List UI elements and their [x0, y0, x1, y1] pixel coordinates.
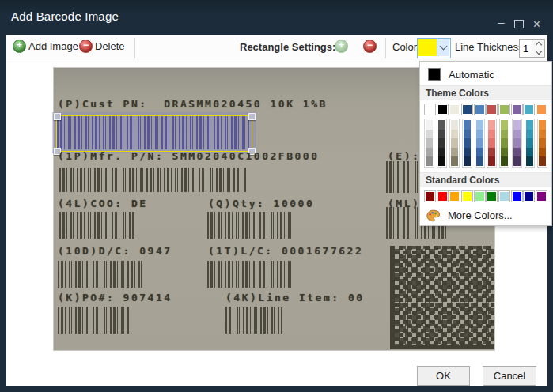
color-swatch[interactable]: [438, 130, 445, 139]
color-swatch[interactable]: [426, 138, 433, 148]
color-swatch[interactable]: [539, 120, 546, 130]
color-swatch[interactable]: [476, 120, 483, 130]
color-swatch[interactable]: [451, 148, 458, 157]
color-swatch[interactable]: [501, 148, 508, 157]
more-colors-item[interactable]: More Colors...: [420, 205, 551, 225]
color-swatch[interactable]: [488, 130, 495, 139]
standard-color-swatch[interactable]: [449, 190, 460, 202]
theme-variant-column[interactable]: [499, 119, 509, 168]
close-button[interactable]: ×: [533, 19, 540, 30]
color-swatch[interactable]: [488, 148, 495, 157]
theme-variant-column[interactable]: [462, 119, 472, 168]
theme-variant-column[interactable]: [437, 119, 447, 168]
color-swatch[interactable]: [526, 156, 533, 166]
standard-color-swatch[interactable]: [486, 190, 498, 202]
color-swatch[interactable]: [464, 130, 471, 139]
theme-variant-column[interactable]: [525, 119, 535, 168]
color-swatch[interactable]: [526, 148, 533, 157]
theme-variant-column[interactable]: [475, 119, 485, 168]
theme-variant-column[interactable]: [424, 119, 434, 168]
color-swatch[interactable]: [513, 130, 521, 139]
color-swatch[interactable]: [539, 138, 546, 148]
selection-rectangle[interactable]: [56, 115, 252, 152]
line-thickness-input[interactable]: 1: [519, 39, 532, 58]
color-swatch[interactable]: [513, 120, 521, 130]
standard-color-swatch[interactable]: [523, 190, 535, 202]
color-swatch[interactable]: [438, 120, 445, 130]
standard-color-swatch[interactable]: [511, 190, 523, 202]
color-swatch[interactable]: [501, 138, 508, 148]
theme-variant-column[interactable]: [537, 119, 547, 168]
color-swatch[interactable]: [526, 138, 533, 148]
color-swatch[interactable]: [426, 130, 433, 139]
color-swatch[interactable]: [488, 138, 495, 148]
color-swatch[interactable]: [501, 130, 508, 139]
color-swatch[interactable]: [513, 138, 521, 148]
color-swatch[interactable]: [438, 148, 445, 157]
standard-color-swatch[interactable]: [474, 190, 486, 202]
barcode-po: [58, 307, 131, 334]
color-swatch[interactable]: [539, 156, 546, 166]
color-swatch[interactable]: [539, 148, 546, 157]
theme-color-swatch[interactable]: [474, 104, 486, 115]
line-thickness-stepper[interactable]: [532, 39, 545, 58]
color-swatch[interactable]: [438, 156, 445, 166]
color-swatch[interactable]: [513, 148, 521, 157]
theme-variant-column[interactable]: [512, 119, 522, 168]
color-swatch[interactable]: [501, 120, 508, 130]
barcode-coo: [59, 212, 134, 239]
standard-color-swatch[interactable]: [424, 190, 436, 202]
theme-color-swatch[interactable]: [498, 104, 510, 115]
standard-color-swatch[interactable]: [461, 190, 473, 202]
theme-color-swatch[interactable]: [461, 104, 473, 115]
theme-color-swatch[interactable]: [449, 104, 460, 115]
color-swatch[interactable]: [451, 120, 458, 130]
cancel-button[interactable]: Cancel: [483, 366, 536, 386]
color-swatch[interactable]: [464, 156, 471, 166]
delete-button[interactable]: − Delete: [79, 40, 125, 53]
selection-handle[interactable]: [54, 113, 61, 120]
selection-handle[interactable]: [248, 113, 256, 120]
color-swatch[interactable]: [513, 156, 521, 166]
theme-color-swatch[interactable]: [536, 104, 547, 115]
color-swatch[interactable]: [476, 148, 483, 157]
color-swatch[interactable]: [464, 138, 471, 148]
ok-button[interactable]: OK: [417, 366, 470, 386]
color-swatch[interactable]: [526, 120, 533, 130]
color-dropdown-button[interactable]: [417, 38, 451, 58]
automatic-color-item[interactable]: Automatic: [420, 65, 551, 84]
theme-color-swatch[interactable]: [486, 104, 498, 115]
color-swatch[interactable]: [451, 138, 458, 148]
color-swatch[interactable]: [526, 130, 533, 139]
color-swatch[interactable]: [451, 156, 458, 166]
titlebar[interactable]: Add Barcode Image – ×: [0, 0, 553, 35]
theme-color-swatch[interactable]: [523, 104, 535, 115]
color-swatch[interactable]: [451, 130, 458, 139]
color-swatch[interactable]: [476, 156, 483, 166]
color-swatch[interactable]: [464, 120, 471, 130]
theme-color-swatch[interactable]: [511, 104, 523, 115]
maximize-button[interactable]: [514, 17, 524, 32]
theme-variant-column[interactable]: [487, 119, 497, 168]
rectangle-remove-button[interactable]: −: [363, 40, 377, 53]
color-swatch[interactable]: [426, 148, 433, 157]
theme-variant-column[interactable]: [449, 119, 460, 168]
color-swatch[interactable]: [476, 130, 483, 139]
color-swatch[interactable]: [488, 120, 495, 130]
color-swatch[interactable]: [464, 148, 471, 157]
standard-color-swatch[interactable]: [536, 190, 547, 202]
color-swatch[interactable]: [426, 156, 433, 166]
color-swatch[interactable]: [501, 156, 508, 166]
theme-color-swatch[interactable]: [424, 104, 436, 115]
color-swatch[interactable]: [539, 130, 546, 139]
standard-color-swatch[interactable]: [498, 190, 510, 202]
color-swatch[interactable]: [438, 138, 445, 148]
standard-color-swatch[interactable]: [437, 190, 449, 202]
add-image-button[interactable]: + Add Image: [13, 40, 78, 53]
color-swatch[interactable]: [426, 120, 433, 130]
minimize-button[interactable]: –: [498, 18, 504, 26]
theme-color-swatch[interactable]: [437, 104, 449, 115]
rectangle-add-button[interactable]: +: [335, 40, 348, 53]
color-swatch[interactable]: [488, 156, 495, 166]
color-swatch[interactable]: [476, 138, 483, 148]
